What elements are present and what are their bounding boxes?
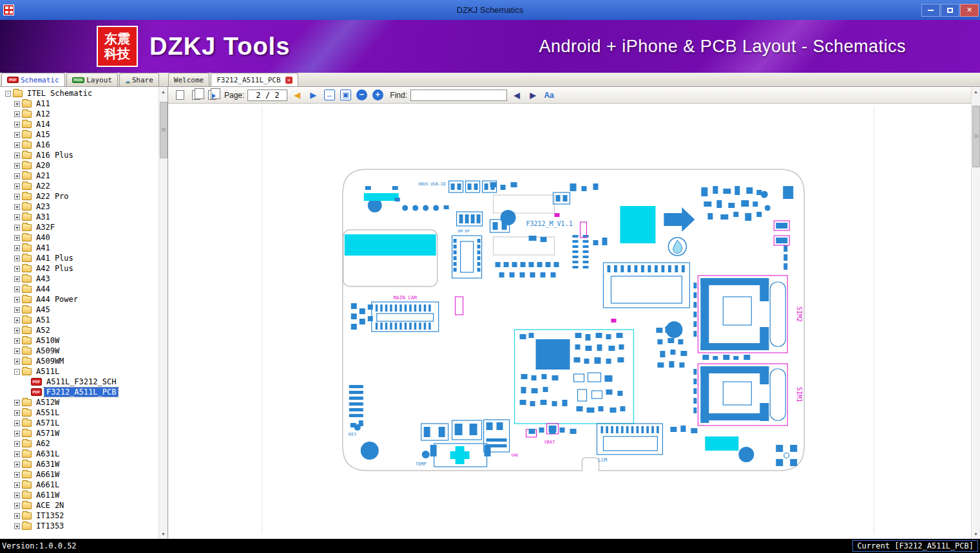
close-button[interactable]: ✕ [960, 4, 979, 17]
tree-item[interactable]: A52 [0, 325, 159, 335]
scroll-up-icon[interactable]: ▲ [159, 87, 168, 97]
pages-view-button[interactable] [189, 89, 202, 102]
tree-expander-icon[interactable] [14, 462, 20, 467]
tree-item-label[interactable]: A44 Power [34, 295, 80, 304]
tree-item-label[interactable]: A511L [34, 367, 61, 376]
tree-expander-icon[interactable] [14, 245, 20, 251]
tree-item-label[interactable]: A509WM [34, 357, 66, 366]
tree-item-label[interactable]: A571W [34, 429, 61, 438]
tree-expander-icon[interactable] [14, 317, 20, 323]
tree-item[interactable]: A32F [0, 222, 159, 232]
tree-expander-icon[interactable] [14, 503, 20, 509]
tree-item[interactable]: A43 [0, 274, 159, 284]
tree-item[interactable]: A42 Plus [0, 263, 159, 274]
tree-item[interactable]: A661W [0, 469, 159, 480]
tree-item[interactable]: A44 [0, 284, 159, 294]
previous-page-button[interactable]: ◀ [291, 89, 303, 102]
tree-item[interactable]: A12 [0, 109, 159, 119]
tree-item-label[interactable]: F3212_A511L_PCB [44, 388, 118, 397]
tree-item-label[interactable]: A51 [34, 315, 52, 324]
scrollbar-thumb[interactable] [972, 106, 980, 167]
tree-item[interactable]: A611W [0, 490, 159, 500]
font-size-button[interactable]: Aa [543, 89, 555, 102]
tree-item[interactable]: A21 [0, 171, 159, 181]
find-previous-button[interactable]: ◀ [510, 89, 523, 102]
tree-expander-icon[interactable] [14, 359, 20, 364]
scroll-up-icon[interactable]: ▲ [972, 87, 980, 97]
tree-item-label[interactable]: A512W [34, 398, 61, 407]
tree-item[interactable]: A15 [0, 129, 159, 140]
tree-expander-icon[interactable] [14, 482, 20, 488]
tree-item[interactable]: A31 [0, 212, 159, 222]
scrollbar-thumb[interactable] [160, 102, 168, 158]
tab-share[interactable]: ☁ Share [119, 73, 159, 86]
tree-expander-icon[interactable] [14, 523, 20, 529]
tree-item-label[interactable]: IT1352 [34, 511, 66, 520]
tree-expander-icon[interactable] [14, 431, 20, 436]
tree-expander-icon[interactable] [14, 225, 20, 230]
tree-expander-icon[interactable] [14, 441, 20, 447]
tree-item[interactable]: A511L_F3212_SCH [0, 377, 159, 387]
tree-item-label[interactable]: A52 [34, 326, 52, 335]
tree-item-label[interactable]: A20 [34, 161, 52, 170]
tree-item-label[interactable]: A62 [34, 439, 52, 448]
tree-expander-icon[interactable] [14, 472, 20, 478]
tree-item[interactable]: A41 Plus [0, 253, 159, 263]
tree-expander-icon[interactable] [14, 214, 20, 220]
tree-item[interactable]: A511L [0, 366, 159, 377]
pcb-viewer[interactable]: F3212_M_V1.1 MAIN CAM VBUS USB-ID DM DP … [168, 104, 971, 539]
tree-item[interactable]: IT1353 [0, 521, 159, 531]
fit-page-button[interactable]: ▣ [339, 89, 352, 102]
tree-expander-icon[interactable] [14, 338, 20, 344]
fit-width-button[interactable]: ↔ [323, 89, 336, 102]
tab-schematic[interactable]: PDF Schematic [1, 73, 65, 86]
tree-item[interactable]: A62 [0, 438, 159, 449]
tree-item[interactable]: A40 [0, 232, 159, 243]
tree-item[interactable]: A571W [0, 428, 159, 438]
zoom-in-button[interactable]: + [371, 89, 384, 102]
tree-item[interactable]: A661L [0, 480, 159, 490]
tree-expander-icon[interactable] [14, 513, 20, 519]
tree-item[interactable]: A571L [0, 418, 159, 428]
tree-item[interactable]: A22 [0, 181, 159, 191]
tree-item-label[interactable]: A44 [34, 285, 52, 294]
tree-expander-icon[interactable] [14, 286, 20, 292]
minimize-button[interactable] [921, 4, 940, 17]
tree-expander-icon[interactable] [14, 451, 20, 457]
tree-item-label[interactable]: A661L [34, 480, 61, 489]
tree-expander-icon[interactable] [14, 256, 20, 261]
tree-expander-icon[interactable] [14, 194, 20, 200]
tree-expander-icon[interactable] [14, 348, 20, 354]
tree-item-label[interactable]: A41 Plus [34, 254, 75, 263]
tree-expander-icon[interactable] [14, 369, 20, 375]
tree-item-label[interactable]: A41 [34, 243, 52, 252]
tree-expander-icon[interactable] [14, 266, 20, 272]
tree-item[interactable]: A631L [0, 449, 159, 459]
viewer-scrollbar[interactable]: ▲ ▼ [971, 87, 980, 539]
go-to-page-button[interactable] [206, 89, 218, 102]
tree-item[interactable]: A631W [0, 459, 159, 469]
tree-item[interactable]: ACE 2N [0, 500, 159, 511]
tree-expander-icon[interactable] [14, 400, 20, 406]
tree-item-label[interactable]: A631W [34, 460, 61, 469]
tree-expander-icon[interactable] [14, 183, 20, 189]
tree-item[interactable]: A512W [0, 397, 159, 408]
tree-expander-icon[interactable] [5, 91, 11, 97]
tree-expander-icon[interactable] [14, 204, 20, 210]
tree-item[interactable]: ITEL Schematic [0, 88, 159, 98]
tree-item[interactable]: A44 Power [0, 294, 159, 305]
tree-item-label[interactable]: A15 [34, 130, 52, 139]
tree-item-label[interactable]: A631L [34, 449, 61, 458]
sidebar-scrollbar[interactable]: ▲ ▼ [159, 87, 168, 539]
next-page-button[interactable]: ▶ [307, 89, 320, 102]
tree-item-label[interactable]: A42 Plus [34, 264, 75, 273]
tree-item-label[interactable]: IT1353 [34, 521, 66, 530]
tree-item-label[interactable]: ITEL Schematic [25, 89, 94, 98]
tab-close-icon[interactable]: ✕ [285, 77, 293, 84]
tree-item-label[interactable]: A22 [34, 182, 52, 191]
tree-item[interactable]: A551L [0, 408, 159, 418]
maximize-button[interactable] [941, 4, 959, 17]
tree-item-label[interactable]: A11 [34, 99, 52, 108]
tree-item-label[interactable]: A611W [34, 491, 61, 500]
tree-item[interactable]: A16 Plus [0, 150, 159, 160]
